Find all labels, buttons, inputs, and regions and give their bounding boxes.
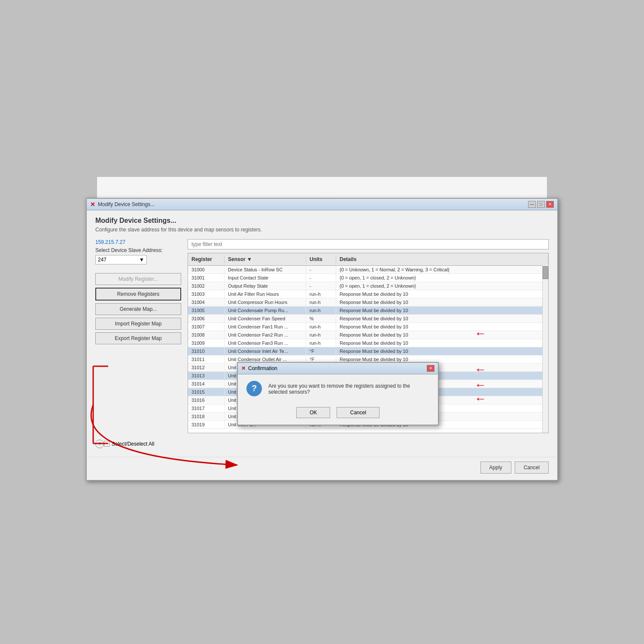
confirm-message: Are you sure you want to remove the regi… (268, 381, 429, 395)
cell-register: 31018 (188, 413, 225, 420)
cell-sensor: Unit Condensor Fan2 Run ... (225, 331, 306, 339)
confirm-cancel-button[interactable]: Cancel (337, 407, 379, 418)
cell-units: run-h (306, 290, 336, 298)
cell-units: - (306, 266, 336, 273)
dialog-footer: Apply Cancel (87, 457, 557, 480)
cell-register: 31017 (188, 404, 225, 412)
cell-sensor: Device Status - InRow SC (225, 266, 306, 273)
cell-sensor: Input Contact State (225, 274, 306, 282)
title-bar: ✕ Modify Device Settings... — □ ✕ (87, 199, 557, 210)
cell-register: 31010 (188, 347, 225, 355)
window-icon: ✕ (90, 201, 95, 208)
generate-map-button[interactable]: Generate Map... (95, 303, 181, 315)
dropdown-arrow-icon: ▼ (139, 257, 144, 263)
table-header: Register Sensor ▼ Units Details (188, 253, 548, 266)
table-row[interactable]: 31002 Output Relay State - {0 = open, 1 … (188, 282, 548, 290)
table-row[interactable]: 31009 Unit Condensor Fan3 Run ... run-h … (188, 339, 548, 347)
help-icon[interactable]: ? (95, 440, 104, 448)
table-row[interactable]: 31007 Unit Condenser Fan1 Run ... run-h … (188, 323, 548, 331)
cell-details: {0 = open, 1 = closed, 2 = Unknown} (336, 274, 548, 282)
cell-units: °F (306, 347, 336, 355)
question-icon: ? (246, 381, 262, 396)
export-register-map-button[interactable]: Export Register Map (95, 332, 181, 344)
filter-input[interactable] (188, 239, 549, 249)
cancel-button[interactable]: Cancel (515, 462, 549, 474)
vertical-scrollbar[interactable] (542, 265, 548, 433)
cell-details: Response Must be divided by 10 (336, 339, 548, 347)
page-subtitle: Configure the slave address for this dev… (95, 227, 549, 233)
cell-register: 31002 (188, 282, 225, 290)
cell-register: 31001 (188, 274, 225, 282)
cell-units: % (306, 315, 336, 322)
confirm-title-bar: ✕ Confirmation ✕ (238, 363, 438, 374)
cell-register: 31009 (188, 339, 225, 347)
cell-sensor: Output Relay State (225, 282, 306, 290)
cell-sensor: Unit Condenser Fan Speed (225, 315, 306, 322)
table-row[interactable]: 31010 Unit Condensor Inlet Air Te... °F … (188, 347, 548, 355)
cell-register: 31012 (188, 364, 225, 371)
cell-sensor: Unit Condenser Fan1 Run ... (225, 323, 306, 331)
select-all-label: Select/Deselect All (112, 441, 154, 447)
cell-sensor: Unit Condensor Fan3 Run ... (225, 339, 306, 347)
select-all-checkbox[interactable] (104, 441, 109, 447)
confirm-close-button[interactable]: ✕ (427, 365, 434, 372)
window-controls: — □ ✕ (528, 201, 554, 208)
cell-register: 31003 (188, 290, 225, 298)
cell-register: 31014 (188, 380, 225, 388)
cell-sensor: Unit Condensor Inlet Air Te... (225, 347, 306, 355)
confirm-buttons: OK Cancel (238, 403, 438, 425)
action-buttons: Modify Register... Remove Registers Gene… (95, 273, 181, 344)
table-row[interactable]: 31003 Unit Air Filter Run Hours run-h Re… (188, 290, 548, 298)
cell-register: 31015 (188, 388, 225, 396)
cell-details: Response Must be divided by 10 (336, 323, 548, 331)
ip-address: 159.215.7.27 (95, 239, 181, 245)
cell-register: 31008 (188, 331, 225, 339)
cell-register: 31016 (188, 396, 225, 404)
import-register-map-button[interactable]: Import Register Map (95, 318, 181, 330)
cell-sensor: Unit Air Filter Run Hours (225, 290, 306, 298)
cell-units: run-h (306, 339, 336, 347)
bottom-bar: ? Select/Deselect All (95, 437, 549, 450)
minimize-button[interactable]: — (528, 201, 536, 208)
table-row[interactable]: 31001 Input Contact State - {0 = open, 1… (188, 274, 548, 282)
confirm-icon: ✕ (241, 365, 246, 371)
cell-units: run-h (306, 307, 336, 314)
col-units: Units (306, 255, 336, 264)
cell-sensor: Unit Compressor Run Hours (225, 298, 306, 306)
cell-units: run-h (306, 298, 336, 306)
cell-register: 31000 (188, 266, 225, 273)
maximize-button[interactable]: □ (537, 201, 545, 208)
apply-button[interactable]: Apply (480, 462, 511, 474)
close-button[interactable]: ✕ (546, 201, 554, 208)
cell-register: 31013 (188, 372, 225, 380)
confirm-ok-button[interactable]: OK (296, 407, 330, 418)
window-title: Modify Device Settings... (98, 201, 155, 207)
table-row[interactable]: 31008 Unit Condensor Fan2 Run ... run-h … (188, 331, 548, 339)
remove-registers-button[interactable]: Remove Registers (95, 288, 181, 301)
cell-details: Response Must be divided by 10 (336, 298, 548, 306)
cell-register: 31019 (188, 421, 225, 428)
select-all-area: Select/Deselect All (104, 441, 154, 447)
cell-register: 31005 (188, 307, 225, 314)
page-title: Modify Device Settings... (95, 217, 549, 225)
table-row[interactable]: 31006 Unit Condenser Fan Speed % Respons… (188, 315, 548, 323)
cell-details: {0 = open, 1 = closed, 2 = Unknown} (336, 282, 548, 290)
cell-details: Response Must be divided by 10 (336, 347, 548, 355)
cell-details: Response Must be divided by 10 (336, 290, 548, 298)
cell-details: Response Must be divided by 10 (336, 315, 548, 322)
cell-units: run-h (306, 323, 336, 331)
cell-sensor: Unit Condensate Pump Ru... (225, 307, 306, 314)
slave-address-dropdown[interactable]: 247 ▼ (95, 255, 147, 264)
cell-units: - (306, 282, 336, 290)
modify-registers-button[interactable]: Modify Register... (95, 273, 181, 285)
col-register: Register (188, 255, 225, 264)
sort-icon: ▼ (247, 256, 252, 262)
cell-units: - (306, 274, 336, 282)
table-row[interactable]: 31004 Unit Compressor Run Hours run-h Re… (188, 298, 548, 307)
cell-register: 31011 (188, 355, 225, 363)
confirm-title: Confirmation (248, 365, 277, 371)
confirmation-dialog: ✕ Confirmation ✕ ? Are you sure you want… (237, 362, 439, 425)
table-row[interactable]: 31005 Unit Condensate Pump Ru... run-h R… (188, 307, 548, 315)
col-details: Details (336, 255, 548, 264)
table-row[interactable]: 31000 Device Status - InRow SC - {0 = Un… (188, 266, 548, 274)
